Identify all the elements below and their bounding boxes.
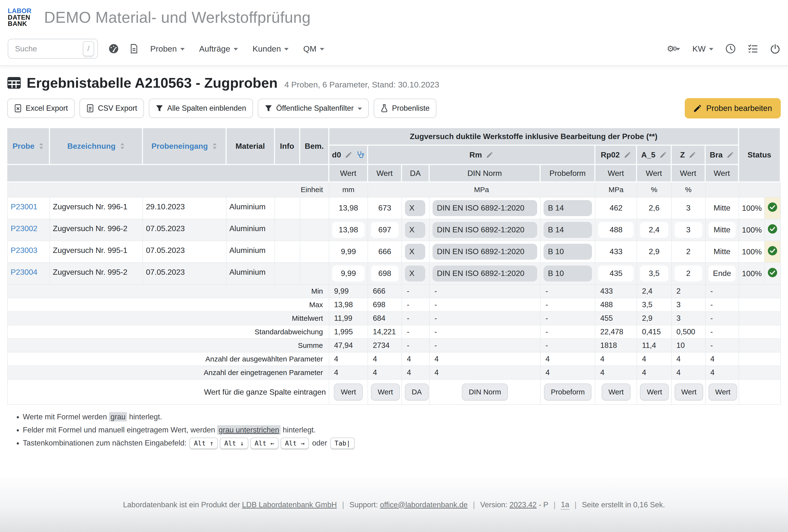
document-icon[interactable] — [130, 44, 139, 54]
fill-column-button-wert[interactable]: Wert — [675, 383, 704, 400]
z-input[interactable]: 3 — [675, 200, 702, 216]
fill-column-button-probeform[interactable]: Probeform — [544, 383, 591, 400]
rp02-input[interactable]: 433 — [598, 244, 634, 260]
probeform-formula-value[interactable]: B 14 — [544, 222, 592, 238]
d0-input[interactable]: 9,99 — [332, 244, 365, 260]
a5-input[interactable]: 2,6 — [640, 200, 668, 216]
bra-input[interactable]: Ende — [709, 265, 736, 281]
d0-input[interactable]: 13,98 — [332, 200, 365, 216]
d0-input[interactable]: 9,99 — [332, 265, 365, 281]
search-input[interactable] — [14, 44, 83, 54]
probenliste-button[interactable]: Probenliste — [374, 99, 436, 118]
rp02-input[interactable]: 462 — [598, 200, 634, 216]
rp02-input[interactable]: 435 — [598, 265, 634, 281]
fill-column-button-da[interactable]: DA — [405, 383, 429, 400]
din-formula-value[interactable]: DIN EN ISO 6892-1:2020 — [433, 222, 537, 238]
version-link[interactable]: 2023.42 — [509, 500, 536, 509]
nav-menu-auftrge[interactable]: Aufträge — [199, 44, 238, 54]
probeform-formula-value[interactable]: B 14 — [544, 200, 592, 216]
rp02-input[interactable]: 488 — [598, 222, 634, 238]
col-header-bezeichnung[interactable]: Bezeichnung — [50, 128, 143, 165]
support-email-link[interactable]: office@labordatenbank.de — [380, 500, 468, 509]
col-header-probe[interactable]: Probe — [7, 128, 50, 165]
cell-bra: Ende — [706, 263, 739, 285]
da-formula-value[interactable]: X — [405, 222, 425, 238]
rm-input[interactable]: 697 — [371, 222, 399, 238]
page-id-link[interactable]: 1a — [561, 500, 569, 510]
probe-link[interactable]: P23001 — [11, 202, 37, 211]
bra-input[interactable]: Mitte — [709, 200, 736, 216]
cell-d0: 13,98 — [329, 197, 368, 219]
nav-menu-proben[interactable]: Proben — [150, 44, 185, 54]
probeform-formula-value[interactable]: B 10 — [544, 244, 592, 260]
probe-link[interactable]: P23003 — [11, 246, 37, 255]
sort-icon[interactable] — [120, 143, 125, 150]
sub-header-wert: Wert — [672, 165, 706, 182]
clock-icon[interactable] — [726, 44, 736, 54]
summary-value: 1,995 — [329, 326, 368, 339]
rm-input[interactable]: 698 — [371, 265, 399, 281]
fill-column-button-wert[interactable]: Wert — [334, 383, 363, 400]
edit-column-icon[interactable] — [486, 152, 493, 158]
unit-status — [739, 182, 781, 197]
z-input[interactable]: 3 — [675, 222, 702, 238]
labordatenbank-logo[interactable]: LABOR DATEN BANK — [8, 8, 32, 27]
company-link[interactable]: LDB Labordatenbank GmbH — [242, 500, 337, 509]
sort-icon[interactable] — [212, 143, 217, 150]
cell-d0: 9,99 — [329, 263, 368, 285]
param-header-rm: Rm — [368, 145, 596, 165]
fill-column-button-wert[interactable]: Wert — [602, 383, 630, 400]
edit-column-icon[interactable] — [689, 152, 696, 158]
speedometer-icon[interactable] — [109, 44, 119, 54]
probe-link[interactable]: P23004 — [11, 268, 37, 276]
edit-column-icon[interactable] — [727, 152, 734, 158]
kw-dropdown[interactable]: KW — [692, 44, 713, 54]
summary-status-spacer — [739, 353, 781, 366]
edit-column-icon[interactable] — [660, 152, 667, 158]
din-formula-value[interactable]: DIN EN ISO 6892-1:2020 — [433, 265, 537, 281]
fill-column-button-dinnorm[interactable]: DIN Norm — [462, 383, 508, 400]
da-formula-value[interactable]: X — [405, 200, 425, 216]
excel-export-button[interactable]: Excel Export — [7, 99, 75, 118]
fill-column-button-wert[interactable]: Wert — [371, 383, 400, 400]
alle-spalten-einblenden-button[interactable]: Alle Spalten einblenden — [149, 99, 253, 118]
status-ok-icon — [768, 268, 777, 277]
fill-column-button-wert[interactable]: Wert — [709, 383, 737, 400]
d0-input[interactable]: 13,98 — [332, 222, 365, 238]
bra-input[interactable]: Mitte — [709, 222, 736, 238]
sort-icon[interactable] — [39, 143, 44, 150]
power-icon[interactable] — [770, 44, 780, 54]
din-formula-value[interactable]: DIN EN ISO 6892-1:2020 — [433, 200, 537, 216]
cell-probeform: B 10 — [540, 263, 595, 285]
rm-input[interactable]: 673 — [371, 200, 399, 216]
da-formula-value[interactable]: X — [405, 244, 425, 260]
edit-samples-button[interactable]: Proben bearbeiten — [685, 98, 781, 118]
settings-gears-icon[interactable]: ⚙⚙ — [667, 44, 680, 54]
din-formula-value[interactable]: DIN EN ISO 6892-1:2020 — [433, 244, 537, 260]
rm-input[interactable]: 666 — [371, 244, 399, 260]
cell-z: 2 — [672, 241, 706, 263]
-ffentliche-spaltenfilter-button[interactable]: Öffentliche Spaltenfilter — [258, 99, 369, 118]
a5-input[interactable]: 3,5 — [640, 265, 668, 281]
task-list-icon[interactable] — [748, 44, 758, 54]
z-input[interactable]: 2 — [675, 265, 702, 281]
probeform-formula-value[interactable]: B 10 — [544, 265, 592, 281]
a5-input[interactable]: 2,4 — [640, 222, 668, 238]
edit-column-icon[interactable] — [345, 152, 352, 158]
fill-column-button-wert[interactable]: Wert — [640, 383, 669, 400]
stethoscope-icon[interactable] — [356, 151, 364, 159]
col-header-probeneingang[interactable]: Probeneingang — [143, 128, 226, 165]
probe-link[interactable]: P23002 — [11, 224, 37, 233]
z-input[interactable]: 2 — [675, 244, 702, 260]
edit-column-icon[interactable] — [624, 152, 631, 158]
a5-input[interactable]: 2,9 — [640, 244, 668, 260]
csv-export-button[interactable]: CSV Export — [79, 99, 144, 118]
bra-input[interactable]: Mitte — [709, 244, 736, 260]
summary-value: 4 — [402, 353, 430, 366]
summary-value: 3 — [672, 298, 706, 312]
nav-menu-qm[interactable]: QM — [303, 44, 324, 54]
summary-value: 4 — [637, 353, 671, 366]
da-formula-value[interactable]: X — [405, 265, 425, 281]
unit-bra — [706, 182, 739, 197]
nav-menu-kunden[interactable]: Kunden — [253, 44, 289, 54]
